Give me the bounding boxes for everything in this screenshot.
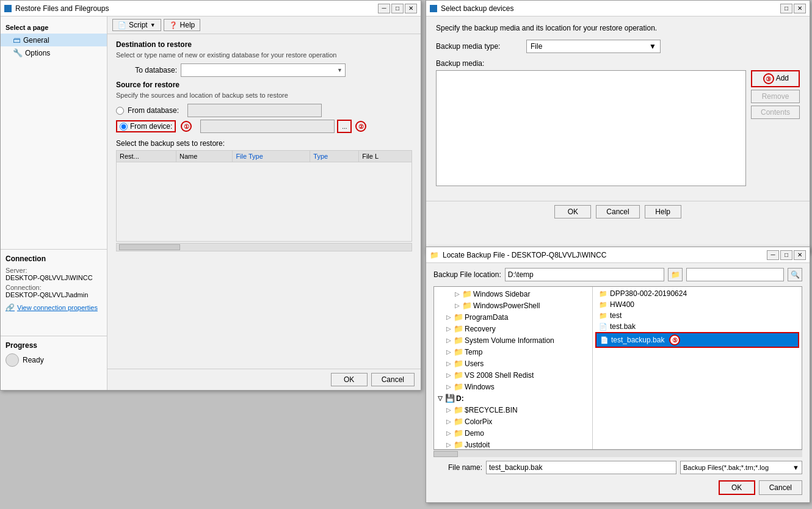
to-database-label: To database:: [116, 66, 177, 74]
tree-item-programdata[interactable]: ▷ 📁 ProgramData: [434, 311, 592, 323]
help-button[interactable]: ❓ Help: [164, 19, 201, 31]
from-database-label: From database:: [128, 106, 179, 115]
backup-devices-icon: [430, 5, 437, 12]
tree-item-recovery[interactable]: ▷ 📁 Recovery: [434, 323, 592, 334]
tree-item-vs2008[interactable]: ▷ 📁 VS 2008 Shell Redist: [434, 369, 592, 381]
media-type-combo[interactable]: File ▼: [526, 40, 661, 53]
restore-content-area: Destination to restore Select or type na…: [107, 34, 421, 369]
source-radio-group: From database: From device: ① ... ②: [116, 104, 412, 133]
browse-button[interactable]: ...: [337, 120, 352, 133]
from-device-row-container: From device: ① ... ②: [116, 120, 412, 133]
restore-cancel-button[interactable]: Cancel: [371, 373, 415, 386]
backup-devices-close-button[interactable]: ✕: [794, 4, 806, 13]
tree-item-justdoit[interactable]: ▷ 📁 Justdoit: [434, 439, 592, 449]
tree-item-colorpix[interactable]: ▷ 📁 ColorPix: [434, 416, 592, 427]
location-browse-icon-button[interactable]: 📁: [668, 268, 683, 281]
tree-item-sysvolinfo1[interactable]: ▷ 📁 System Volume Information: [434, 334, 592, 346]
locate-maximize-button[interactable]: □: [780, 250, 792, 260]
file-item-test-bak[interactable]: 📄 test.bak: [595, 321, 799, 332]
minimize-button[interactable]: ─: [378, 4, 390, 13]
file-item-test-backup-bak[interactable]: 📄 test_backup.bak ⑤: [595, 332, 799, 348]
folder-tree[interactable]: ▷ 📁 Windows Sidebar ▷ 📁 WindowsPowerShel…: [434, 287, 593, 449]
locate-ok-button[interactable]: OK: [719, 480, 755, 495]
media-label: Backup media:: [436, 59, 800, 68]
backup-devices-desc: Specify the backup media and its locatio…: [436, 24, 800, 32]
expand-icon-9: ▷: [446, 383, 451, 390]
view-connection-link[interactable]: 🔗 View connection properties: [5, 303, 103, 312]
tree-item-windows[interactable]: ▷ 📁 Windows: [434, 381, 592, 392]
folder-file-icon-3: 📁: [599, 312, 607, 320]
progress-status: Ready: [23, 356, 44, 364]
file-item-hw400[interactable]: 📁 HW400: [595, 299, 799, 310]
backup-devices-maximize-button[interactable]: □: [780, 4, 792, 13]
folder-file-icon-1: 📁: [599, 290, 607, 298]
tree-item-temp-c[interactable]: ▷ 📁 Temp: [434, 346, 592, 358]
location-path-input[interactable]: [505, 268, 664, 281]
media-type-value: File: [531, 42, 542, 51]
file-item-test[interactable]: 📁 test: [595, 310, 799, 321]
file-list[interactable]: 📁 DPP380-002-20190624 📁 HW400 📁 test 📄 t…: [593, 287, 802, 449]
table-empty-row: [117, 162, 412, 242]
file-item-dpp380[interactable]: 📁 DPP380-002-20190624: [595, 288, 799, 299]
folder-file-icon-2: 📁: [599, 301, 607, 309]
tree-item-windows-sidebar[interactable]: ▷ 📁 Windows Sidebar: [434, 288, 592, 300]
backup-devices-cancel-button[interactable]: Cancel: [596, 205, 639, 218]
tree-item-users[interactable]: ▷ 📁 Users: [434, 358, 592, 369]
file-label-hw400: HW400: [610, 300, 634, 309]
locate-search-button[interactable]: 🔍: [788, 268, 802, 281]
filename-row: File name: Backup Files(*.bak;*.trn;*.lo…: [433, 461, 802, 474]
backup-devices-help-button[interactable]: Help: [645, 205, 681, 218]
locate-cancel-button[interactable]: Cancel: [759, 480, 802, 495]
locate-title: Locate Backup File - DESKTOP-Q8LVVLJ\WIN…: [443, 251, 606, 259]
remove-media-button[interactable]: Remove: [751, 90, 800, 103]
locate-search-input[interactable]: [686, 268, 784, 281]
expand-icon-8: ▷: [446, 372, 451, 378]
expand-icon-6: ▷: [446, 348, 451, 355]
locate-minimize-button[interactable]: ─: [767, 250, 779, 260]
from-device-radio[interactable]: [120, 123, 128, 131]
tree-label-vs2008: VS 2008 Shell Redist: [465, 371, 534, 380]
tree-label-windows-sidebar: Windows Sidebar: [473, 290, 530, 298]
badge-3: ③: [763, 73, 774, 84]
locate-scroll-thumb[interactable]: [433, 451, 458, 457]
filename-input[interactable]: [486, 461, 676, 474]
restore-ok-button[interactable]: OK: [331, 373, 368, 386]
expand-icon-justdoit: ▷: [446, 441, 451, 448]
sidebar-options-label: Options: [25, 49, 50, 57]
scrollbar-thumb[interactable]: [119, 244, 180, 250]
tree-item-recycle[interactable]: ▷ 📁 $RECYCLE.BIN: [434, 404, 592, 416]
script-button[interactable]: 📄 Script ▼: [112, 19, 161, 31]
tree-item-windowspowershell[interactable]: ▷ 📁 WindowsPowerShell: [434, 300, 592, 311]
locate-scrollbar[interactable]: [433, 450, 802, 457]
sidebar-item-general[interactable]: 🗃 General: [1, 34, 107, 46]
from-database-radio[interactable]: [116, 107, 124, 115]
locate-body: Backup File location: 📁 🔍 ▷ 📁 Windows Si…: [426, 263, 810, 502]
backup-media-section: ③ Add Remove Contents: [436, 70, 800, 186]
col-restore: Rest...: [117, 151, 176, 162]
expand-icon-4: ▷: [446, 325, 451, 332]
backup-devices-footer: OK Cancel Help: [426, 201, 810, 222]
media-list[interactable]: [436, 70, 746, 186]
connection-value: DESKTOP-Q8LVVLJ\admin: [5, 291, 103, 298]
destination-title: Destination to restore: [116, 40, 412, 49]
filetype-combo[interactable]: Backup Files(*.bak;*.trn;*.log ▼: [680, 461, 802, 474]
add-media-button[interactable]: ③ Add: [751, 70, 800, 87]
close-button[interactable]: ✕: [405, 4, 417, 13]
backup-devices-ok-button[interactable]: OK: [554, 205, 591, 218]
locate-close-button[interactable]: ✕: [794, 250, 806, 260]
device-path-input[interactable]: [200, 120, 335, 133]
sidebar-item-options[interactable]: 🔧 Options: [1, 46, 107, 59]
to-database-combo[interactable]: ▼: [181, 63, 346, 77]
tree-item-demo[interactable]: ▷ 📁 Demo: [434, 427, 592, 439]
contents-media-button[interactable]: Contents: [751, 106, 800, 119]
tree-item-d-drive[interactable]: ▽ 💾 D:: [434, 392, 592, 404]
badge-2: ②: [355, 121, 366, 132]
folder-icon-5: 📁: [454, 336, 463, 345]
badge-5: ⑤: [669, 334, 680, 345]
maximize-button[interactable]: □: [391, 4, 404, 13]
backup-devices-window: Select backup devices □ ✕ Specify the ba…: [426, 0, 810, 253]
tree-label-windows: Windows: [465, 383, 495, 391]
backup-sets-table: Rest... Name File Type Type File L: [116, 150, 412, 242]
table-scrollbar[interactable]: [116, 243, 412, 251]
select-page-label: Select a page: [1, 21, 107, 34]
